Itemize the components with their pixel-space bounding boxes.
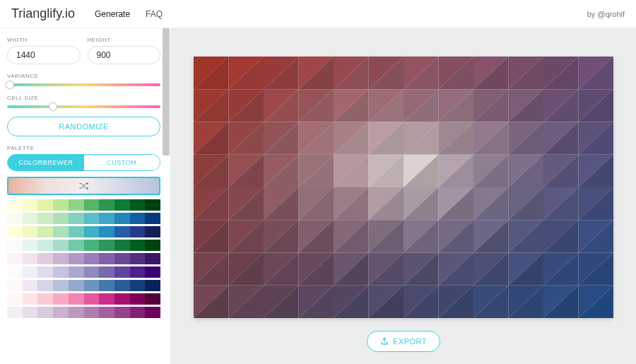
cellsize-label: CELL SIZE	[7, 95, 160, 101]
palette-row[interactable]	[7, 240, 160, 251]
width-label: WIDTH	[7, 37, 81, 43]
palette-row[interactable]	[7, 226, 160, 237]
export-label: EXPORT	[393, 337, 427, 346]
palette-row[interactable]	[7, 293, 160, 305]
palette-row[interactable]	[7, 253, 160, 264]
palette-row[interactable]	[7, 307, 160, 318]
palette-tabs: COLORBREWER CUSTOM	[7, 154, 160, 171]
palette-label: PALETTE	[7, 145, 160, 151]
brand: Trianglify.io	[11, 6, 75, 21]
main: WIDTH HEIGHT VARIANCE CELL SIZE RANDOMIZ…	[0, 28, 636, 364]
palette-row[interactable]	[7, 199, 160, 211]
palette-row[interactable]	[7, 280, 160, 291]
nav-generate[interactable]: Generate	[95, 9, 130, 19]
artwork-preview	[194, 57, 613, 318]
randomize-button[interactable]: RANDOMIZE	[7, 117, 160, 136]
topbar: Trianglify.io Generate FAQ by @qrohlf	[0, 0, 636, 28]
canvas-area: EXPORT	[171, 28, 636, 364]
cellsize-slider[interactable]	[7, 105, 160, 108]
height-input[interactable]	[88, 46, 161, 64]
palette-row[interactable]	[7, 266, 160, 278]
variance-slider[interactable]	[7, 83, 160, 86]
variance-label: VARIANCE	[7, 73, 160, 79]
export-icon	[380, 337, 389, 346]
palette-list	[7, 199, 160, 318]
export-button[interactable]: EXPORT	[367, 331, 440, 352]
width-input[interactable]	[7, 46, 81, 64]
shuffle-palette-button[interactable]	[7, 177, 160, 195]
shuffle-icon	[78, 182, 90, 190]
scrollbar[interactable]	[163, 28, 170, 155]
height-label: HEIGHT	[88, 37, 161, 43]
variance-thumb[interactable]	[6, 81, 14, 89]
nav-faq[interactable]: FAQ	[146, 9, 163, 19]
sidebar: WIDTH HEIGHT VARIANCE CELL SIZE RANDOMIZ…	[0, 28, 171, 364]
tab-colorbrewer[interactable]: COLORBREWER	[8, 155, 84, 170]
tab-custom[interactable]: CUSTOM	[84, 155, 160, 170]
palette-row[interactable]	[7, 213, 160, 224]
cellsize-thumb[interactable]	[49, 102, 57, 111]
credit: by @qrohlf	[587, 10, 625, 18]
